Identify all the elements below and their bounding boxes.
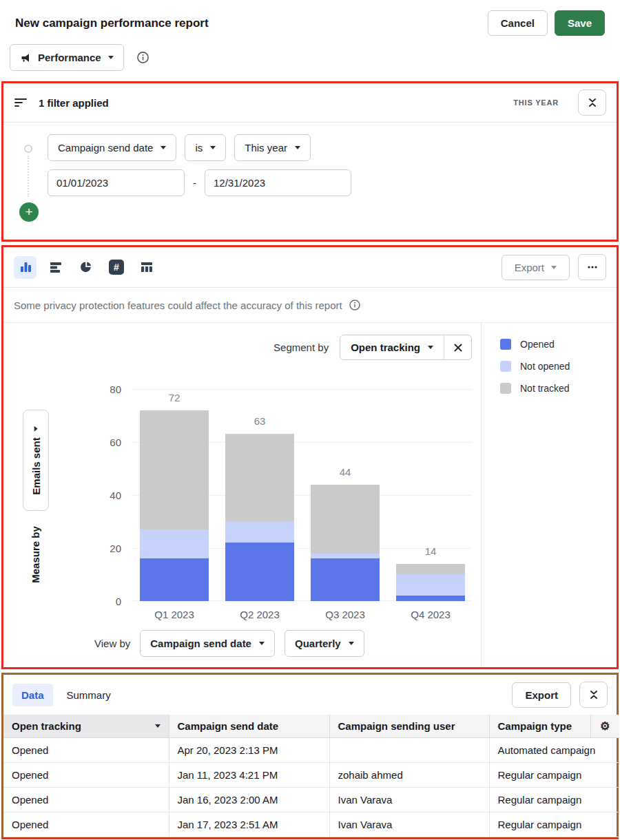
info-icon[interactable] <box>349 299 361 311</box>
legend-item[interactable]: Not tracked <box>500 383 611 394</box>
x-axis-tick: Q3 2023 <box>311 609 380 620</box>
more-options-button[interactable] <box>578 254 606 280</box>
filter-operator-dropdown[interactable]: is <box>185 134 226 161</box>
y-axis-tick: 20 <box>91 543 121 554</box>
chevron-down-icon <box>551 266 557 269</box>
segment-by-label: Segment by <box>273 342 329 353</box>
table-export-button[interactable]: Export <box>512 682 571 708</box>
table-row: OpenedApr 20, 2023 2:13 PMAutomated camp… <box>3 738 619 763</box>
bar-segment[interactable] <box>140 527 209 558</box>
date-end-input[interactable] <box>205 169 351 196</box>
column-header[interactable]: Campaign send date <box>169 715 329 738</box>
table-cell: Opened <box>3 763 169 788</box>
chart-legend: OpenedNot openedNot tracked <box>481 323 617 667</box>
filter-lines-icon <box>14 96 28 109</box>
close-icon <box>453 343 463 353</box>
vertical-bar-chart-icon <box>19 260 32 274</box>
y-axis-tick: 60 <box>91 437 121 448</box>
bar-segment[interactable] <box>396 562 465 574</box>
table-cell: Jan 16, 2023 2:00 AM <box>169 788 329 812</box>
measure-by-label: Measure by <box>17 518 53 591</box>
x-axis-tick: Q1 2023 <box>140 609 209 620</box>
bar-total-label: 72 <box>140 392 209 403</box>
page-title: New campaign performance report <box>15 17 209 30</box>
legend-label: Not tracked <box>520 383 570 394</box>
stacked-bar-chart: 02040608072Q1 202363Q2 202344Q3 202314Q4… <box>131 389 472 601</box>
save-button[interactable]: Save <box>555 10 605 36</box>
bar-segment[interactable] <box>311 483 380 554</box>
table-row: OpenedJan 17, 2023 2:51 AMIvan VaravaReg… <box>3 812 619 837</box>
number-hash-icon: # <box>108 259 125 275</box>
tab-data[interactable]: Data <box>12 684 53 706</box>
bar-segment[interactable] <box>311 558 380 601</box>
bar-segment[interactable] <box>140 558 209 601</box>
column-header[interactable]: Campaign type <box>489 715 590 738</box>
chart-type-kpi-number-button[interactable]: # <box>105 256 127 279</box>
app-header: New campaign performance report Cancel S… <box>0 0 620 41</box>
chart-type-table-button[interactable] <box>135 256 158 279</box>
table-row: OpenedJan 16, 2023 2:00 AMIvan VaravaReg… <box>3 788 619 812</box>
chevron-down-icon <box>161 146 166 149</box>
table-cell: Apr 20, 2023 2:13 PM <box>169 738 329 763</box>
segment-value-dropdown[interactable]: Open tracking <box>340 335 444 359</box>
column-header[interactable]: Open tracking <box>3 715 169 738</box>
filter-rail-line <box>28 156 29 197</box>
collapse-vertical-icon <box>587 97 598 108</box>
legend-label: Opened <box>520 339 555 350</box>
bar-segment[interactable] <box>140 408 209 529</box>
column-settings-button[interactable]: ⚙ <box>590 715 619 738</box>
table-cell: Regular campaign <box>489 763 619 788</box>
bar-segment[interactable] <box>225 543 294 601</box>
svg-text:#: # <box>114 262 119 273</box>
table-cell: Regular campaign <box>489 788 619 812</box>
filter-field-dropdown[interactable]: Campaign send date <box>48 134 176 161</box>
date-range-dash: - <box>193 177 196 189</box>
table-cell: Opened <box>3 738 169 763</box>
tab-summary[interactable]: Summary <box>58 684 120 706</box>
legend-item[interactable]: Opened <box>500 339 611 350</box>
data-table: Open trackingCampaign send dateCampaign … <box>3 715 619 837</box>
collapse-filter-button[interactable] <box>578 90 606 116</box>
date-start-input[interactable] <box>48 169 185 196</box>
legend-swatch <box>500 361 511 372</box>
filter-node-dot <box>24 145 32 153</box>
bar-segment[interactable] <box>396 596 465 601</box>
legend-item[interactable]: Not opened <box>500 361 611 372</box>
chevron-down-icon <box>259 642 265 645</box>
legend-swatch <box>500 339 511 350</box>
privacy-notice-text: Some privacy protection features could a… <box>14 300 342 311</box>
bar-segment[interactable] <box>396 572 465 596</box>
chart-type-pie-button[interactable] <box>74 256 97 279</box>
chart-type-vertical-bar-button[interactable] <box>14 256 37 279</box>
remove-segment-button[interactable] <box>444 335 471 359</box>
view-by-field-dropdown[interactable]: Campaign send date <box>140 630 275 657</box>
filter-range-chip: THIS YEAR <box>513 98 559 107</box>
legend-swatch <box>500 383 511 394</box>
table-cell: Jan 11, 2023 4:21 PM <box>169 763 329 788</box>
chevron-down-icon <box>34 426 38 431</box>
table-cell: zohaib ahmed <box>329 763 489 788</box>
table-cell: Regular campaign <box>489 812 619 837</box>
measure-value-dropdown[interactable]: Emails sent <box>23 410 49 511</box>
info-icon[interactable] <box>136 51 149 64</box>
bar-segment[interactable] <box>225 432 294 521</box>
cancel-button[interactable]: Cancel <box>488 10 548 36</box>
chart-export-dropdown[interactable]: Export <box>502 255 570 280</box>
y-axis-tick: 0 <box>91 596 121 607</box>
column-header[interactable]: Campaign sending user <box>329 715 489 738</box>
add-filter-button[interactable]: + <box>19 202 39 222</box>
y-axis-tick: 80 <box>91 384 121 395</box>
x-axis-tick: Q2 2023 <box>225 609 294 620</box>
chart-type-horizontal-bar-button[interactable] <box>44 256 67 279</box>
view-by-granularity-dropdown[interactable]: Quarterly <box>285 630 364 657</box>
table-cell: Opened <box>3 812 169 837</box>
report-type-dropdown[interactable]: Performance <box>10 44 124 71</box>
bar-total-label: 44 <box>311 466 380 478</box>
table-cell: Ivan Varava <box>329 812 489 837</box>
filter-value-dropdown[interactable]: This year <box>234 134 311 161</box>
chevron-down-icon <box>349 642 354 645</box>
bar-segment[interactable] <box>225 519 294 543</box>
y-axis-tick: 40 <box>91 490 121 501</box>
legend-label: Not opened <box>520 361 570 372</box>
collapse-table-button[interactable] <box>579 682 608 708</box>
